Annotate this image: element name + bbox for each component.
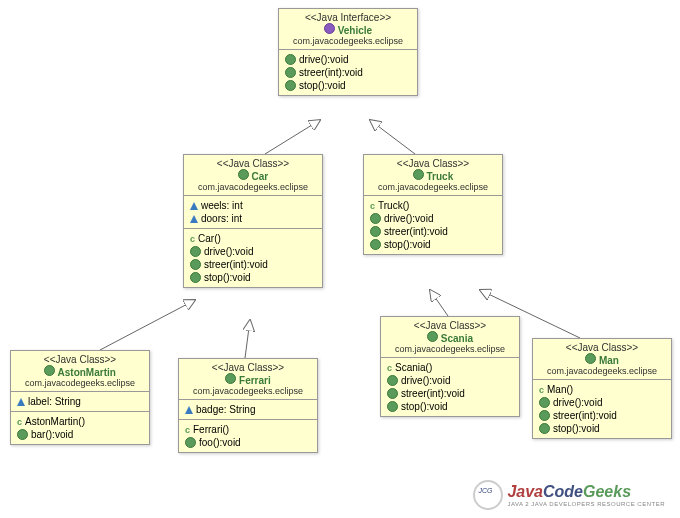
constructor-icon: c (185, 425, 190, 435)
field-icon (17, 398, 25, 406)
package-label: com.javacodegeeks.eclipse (17, 378, 143, 388)
class-scania: <<Java Class>> Scaniacom.javacodegeeks.e… (380, 316, 520, 417)
class-vehicle: <<Java Interface>> Vehiclecom.javacodege… (278, 8, 418, 96)
package-label: com.javacodegeeks.eclipse (185, 386, 311, 396)
field-icon (190, 215, 198, 223)
method-icon (387, 375, 398, 386)
package-label: com.javacodegeeks.eclipse (190, 182, 316, 192)
constructor-icon: c (190, 234, 195, 244)
class-name: Vehicle (338, 25, 372, 36)
method-label: drive():void (553, 397, 602, 408)
field-icon (190, 202, 198, 210)
stereotype-label: <<Java Class>> (17, 354, 143, 365)
method-icon (387, 401, 398, 412)
method-icon (185, 437, 196, 448)
stereotype-label: <<Java Class>> (387, 320, 513, 331)
method-icon (190, 246, 201, 257)
method-label: stop():void (299, 80, 346, 91)
method-icon (539, 423, 550, 434)
stereotype-label: <<Java Class>> (190, 158, 316, 169)
stereotype-label: <<Java Class>> (539, 342, 665, 353)
method-label: streer(int):void (299, 67, 363, 78)
class-name: Car (252, 171, 269, 182)
field-label: doors: int (201, 213, 242, 224)
constructor-label: AstonMartin() (25, 416, 85, 427)
svg-line-0 (265, 120, 320, 154)
logo-text: Java (507, 483, 543, 500)
stereotype-label: <<Java Class>> (370, 158, 496, 169)
constructor-label: Car() (198, 233, 221, 244)
method-label: streer(int):void (204, 259, 268, 270)
class-truck: <<Java Class>> Truckcom.javacodegeeks.ec… (363, 154, 503, 255)
class-ferrari: <<Java Class>> Ferraricom.javacodegeeks.… (178, 358, 318, 453)
method-icon (370, 226, 381, 237)
constructor-label: Man() (547, 384, 573, 395)
interface-icon (324, 23, 335, 34)
method-label: streer(int):void (401, 388, 465, 399)
method-label: drive():void (299, 54, 348, 65)
class-icon (225, 373, 236, 384)
method-label: stop():void (401, 401, 448, 412)
method-icon (370, 239, 381, 250)
method-icon (285, 80, 296, 91)
svg-line-2 (100, 300, 195, 350)
method-label: stop():void (384, 239, 431, 250)
constructor-icon: c (370, 201, 375, 211)
logo-text: Geeks (583, 483, 631, 500)
class-icon (585, 353, 596, 364)
method-icon (539, 410, 550, 421)
method-icon (387, 388, 398, 399)
svg-line-1 (370, 120, 415, 154)
constructor-label: Truck() (378, 200, 409, 211)
method-label: stop():void (204, 272, 251, 283)
method-label: streer(int):void (553, 410, 617, 421)
class-name: AstonMartin (58, 367, 116, 378)
constructor-icon: c (17, 417, 22, 427)
method-icon (539, 397, 550, 408)
field-icon (185, 406, 193, 414)
method-icon (370, 213, 381, 224)
field-label: weels: int (201, 200, 243, 211)
method-icon (190, 259, 201, 270)
method-icon (285, 54, 296, 65)
method-icon (190, 272, 201, 283)
field-label: badge: String (196, 404, 256, 415)
method-label: bar():void (31, 429, 73, 440)
stereotype-label: <<Java Class>> (185, 362, 311, 373)
class-name: Ferrari (239, 375, 271, 386)
constructor-label: Ferrari() (193, 424, 229, 435)
method-label: drive():void (401, 375, 450, 386)
package-label: com.javacodegeeks.eclipse (370, 182, 496, 192)
method-icon (17, 429, 28, 440)
class-icon (44, 365, 55, 376)
method-label: stop():void (553, 423, 600, 434)
class-icon (427, 331, 438, 342)
class-name: Man (599, 355, 619, 366)
svg-line-4 (430, 290, 448, 316)
package-label: com.javacodegeeks.eclipse (539, 366, 665, 376)
logo-icon (473, 480, 503, 510)
constructor-icon: c (539, 385, 544, 395)
class-icon (238, 169, 249, 180)
logo-text: Code (543, 483, 583, 500)
logo-subtitle: JAVA 2 JAVA DEVELOPERS RESOURCE CENTER (507, 501, 665, 507)
class-icon (413, 169, 424, 180)
class-car: <<Java Class>> Carcom.javacodegeeks.ecli… (183, 154, 323, 288)
field-label: label: String (28, 396, 81, 407)
constructor-label: Scania() (395, 362, 432, 373)
stereotype-label: <<Java Interface>> (285, 12, 411, 23)
method-label: drive():void (204, 246, 253, 257)
method-label: foo():void (199, 437, 241, 448)
package-label: com.javacodegeeks.eclipse (387, 344, 513, 354)
class-man: <<Java Class>> Mancom.javacodegeeks.ecli… (532, 338, 672, 439)
constructor-icon: c (387, 363, 392, 373)
class-name: Truck (427, 171, 454, 182)
method-label: drive():void (384, 213, 433, 224)
svg-line-3 (245, 320, 250, 358)
class-name: Scania (441, 333, 473, 344)
method-label: streer(int):void (384, 226, 448, 237)
package-label: com.javacodegeeks.eclipse (285, 36, 411, 46)
watermark-logo: JavaCodeGeeksJAVA 2 JAVA DEVELOPERS RESO… (473, 480, 665, 510)
method-icon (285, 67, 296, 78)
class-astonmartin: <<Java Class>> AstonMartincom.javacodege… (10, 350, 150, 445)
